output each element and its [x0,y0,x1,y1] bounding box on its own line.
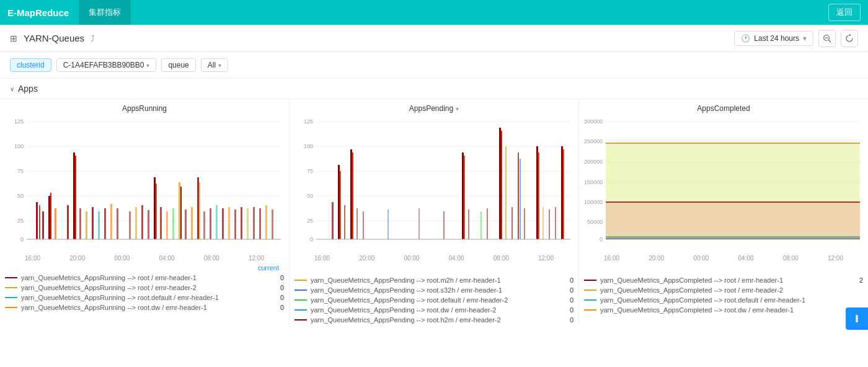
svg-rect-26 [92,207,94,239]
svg-rect-30 [117,208,118,239]
svg-rect-55 [259,208,261,239]
apps-completed-legend: yarn_QueueMetrics_AppsCompleted --> root… [584,262,863,315]
legend-color [584,280,596,281]
clusterid-arrow: ▾ [146,62,149,69]
svg-rect-77 [356,208,358,239]
svg-rect-92 [520,159,521,239]
svg-rect-57 [272,210,273,239]
svg-rect-37 [160,207,162,239]
legend-item: yarn_QueueMetrics_AppsCompleted --> root… [584,275,863,285]
toolbar-right: 🕐 Last 24 hours ▾ [734,30,858,47]
svg-rect-52 [241,207,242,239]
apps-pending-title: AppsPending ▾ [294,104,574,113]
charts-row: AppsRunning 125 100 75 50 25 0 [0,99,868,325]
svg-rect-48 [216,205,218,239]
svg-rect-99 [561,146,563,239]
zoom-out-button[interactable] [818,30,836,47]
refresh-button[interactable] [841,30,858,47]
legend-color [584,290,596,291]
svg-point-124 [856,315,858,317]
legend-color [584,309,596,311]
svg-rect-25 [86,211,87,239]
svg-rect-94 [536,146,538,239]
svg-rect-23 [75,156,76,239]
svg-rect-50 [228,207,230,239]
svg-rect-89 [505,146,507,239]
back-button[interactable]: 返回 [828,4,861,21]
legend-color [294,290,307,291]
apps-running-panel: AppsRunning 125 100 75 50 25 0 [0,99,290,325]
svg-rect-87 [499,128,501,239]
toolbar: ⊞ YARN-Queues ⤴ 🕐 Last 24 hours ▾ [0,25,868,52]
svg-rect-96 [542,207,544,239]
legend-color [294,309,307,311]
svg-rect-33 [141,205,143,239]
grid-icon: ⊞ [10,33,17,43]
clusterid-value: C-1A4EFAFB3BB90BB0 [63,61,144,69]
svg-rect-32 [135,207,137,239]
svg-rect-56 [265,205,267,239]
toolbar-left: ⊞ YARN-Queues ⤴ [10,33,95,43]
clusterid-filter-value[interactable]: C-1A4EFAFB3BB90BB0 ▾ [56,58,157,72]
apps-running-chart: 125 100 75 50 25 0 [5,115,284,252]
svg-rect-90 [512,207,513,239]
svg-rect-76 [352,153,353,239]
svg-text:125: 125 [14,118,24,125]
svg-rect-34 [148,210,149,239]
svg-rect-19 [50,193,51,239]
apps-completed-chart: 300000 250000 200000 150000 100000 50000… [584,115,863,252]
svg-rect-42 [185,210,187,239]
svg-rect-36 [156,184,157,239]
apps-pending-panel: AppsPending ▾ 125 100 75 50 25 0 [290,99,579,325]
legend-item: yarn_QueueMetrics_AppsCompleted --> root… [584,305,863,315]
svg-text:100: 100 [304,143,313,149]
svg-rect-31 [129,211,131,239]
header: E-MapReduce 集群指标 返回 [0,0,868,25]
svg-rect-46 [203,211,205,239]
svg-rect-51 [234,210,236,239]
svg-rect-100 [563,149,564,239]
time-picker[interactable]: 🕐 Last 24 hours ▾ [734,31,813,46]
clusterid-filter-label: clusterid [10,58,51,72]
share-icon[interactable]: ⤴ [91,33,95,43]
apps-running-xaxis: 16:00 20:00 00:00 04:00 08:00 12:00 [5,254,284,262]
apps-section-title[interactable]: Apps [10,84,858,94]
svg-rect-72 [338,165,340,239]
svg-text:125: 125 [304,118,313,125]
apps-completed-panel: AppsCompleted 300000 250000 200000 15000… [579,99,868,325]
svg-text:25: 25 [17,218,24,224]
svg-text:0: 0 [600,236,603,242]
svg-rect-49 [222,208,224,239]
page-title: YARN-Queues [24,33,84,43]
apps-running-title: AppsRunning [5,104,284,113]
svg-rect-79 [388,210,389,239]
svg-rect-20 [55,208,56,239]
legend-item: yarn_QueueMetrics_AppsPending --> root.m… [294,275,574,285]
svg-rect-22 [73,153,75,239]
svg-rect-80 [418,208,420,239]
legend-item: yarn_QueueMetrics_AppsRunning --> root /… [5,273,284,283]
float-action-button[interactable] [846,307,868,330]
svg-text:0: 0 [20,236,24,242]
legend-color [5,307,17,308]
legend-item: yarn_QueueMetrics_AppsCompleted --> root… [584,295,863,305]
cluster-metrics-tab[interactable]: 集群指标 [79,0,131,25]
legend-color [294,299,307,301]
apps-pending-legend: yarn_QueueMetrics_AppsPending --> root.m… [294,262,574,325]
svg-rect-40 [179,182,180,239]
svg-rect-74 [344,205,345,239]
svg-rect-93 [524,208,525,239]
time-picker-label: Last 24 hours [754,34,799,43]
queue-filter-value[interactable]: All ▾ [201,58,228,72]
svg-rect-54 [253,207,255,239]
legend-item: yarn_QueueMetrics_AppsCompleted --> root… [584,285,863,295]
svg-rect-21 [67,205,69,239]
svg-line-1 [829,40,831,42]
svg-text:50: 50 [17,193,24,199]
apps-pending-dropdown-arrow[interactable]: ▾ [456,105,459,112]
svg-text:150000: 150000 [584,179,603,185]
svg-rect-47 [210,208,211,239]
svg-rect-91 [518,153,519,239]
svg-rect-88 [501,131,502,239]
legend-item: yarn_QueueMetrics_AppsPending --> root.d… [294,305,574,315]
